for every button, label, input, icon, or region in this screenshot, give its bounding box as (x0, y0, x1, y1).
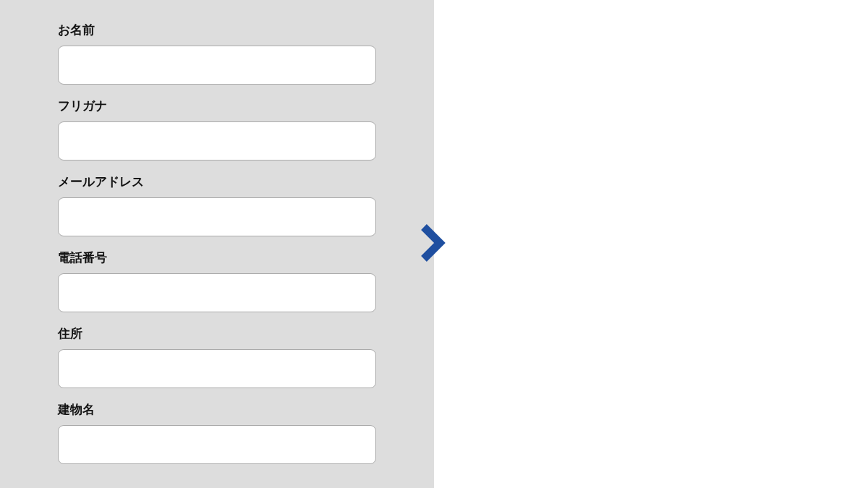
form-group: 建物名 (58, 401, 376, 464)
form-group: お名前 (58, 22, 376, 85)
address-label: 住所 (58, 325, 376, 342)
form-group: 電話番号 (58, 249, 376, 312)
building-input[interactable] (58, 425, 376, 464)
name-label: お名前 (58, 22, 376, 38)
furigana-input[interactable] (58, 121, 376, 160)
furigana-label: フリガナ (58, 98, 376, 114)
phone-label: 電話番号 (58, 249, 376, 266)
address-input[interactable] (58, 349, 376, 388)
form-group: メールアドレス (58, 174, 376, 236)
name-input[interactable] (58, 46, 376, 85)
email-label: メールアドレス (58, 174, 376, 190)
phone-input[interactable] (58, 273, 376, 312)
form-group: フリガナ (58, 98, 376, 160)
building-label: 建物名 (58, 401, 376, 418)
form-group: 住所 (58, 325, 376, 388)
email-input[interactable] (58, 197, 376, 236)
before-form-panel: お名前 フリガナ メールアドレス 電話番号 住所 建物名 (0, 0, 434, 488)
